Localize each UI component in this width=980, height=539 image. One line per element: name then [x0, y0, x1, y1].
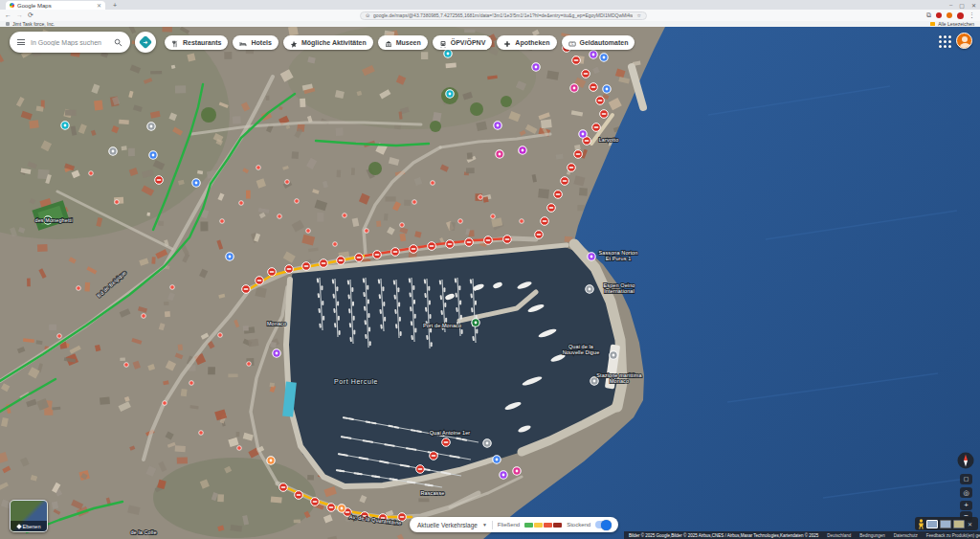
chip-hotels[interactable]: Hotels [233, 35, 278, 50]
traffic-dropdown[interactable]: Aktuelle Verkehrslage [417, 522, 478, 528]
footer-link[interactable]: Feedback zu Produkt(en) geben [926, 533, 980, 538]
road-closure-marker [337, 257, 345, 265]
traffic-color-segment [524, 523, 533, 528]
transit-icon [439, 34, 447, 52]
museum-icon [385, 34, 392, 52]
road-closure-marker [541, 217, 549, 226]
account-avatar[interactable] [956, 33, 972, 49]
directions-button[interactable] [135, 32, 156, 53]
map-label: des Moneghetti [34, 217, 72, 223]
maps-favicon-icon [10, 3, 14, 8]
forward-icon[interactable]: → [16, 10, 23, 21]
new-tab-button[interactable]: + [111, 2, 119, 10]
poi-marker [192, 179, 200, 187]
poi-marker [147, 123, 155, 130]
road-closure-marker [535, 231, 544, 239]
chip-museen[interactable]: Museen [378, 35, 428, 50]
search-box[interactable]: In Google Maps suchen [10, 32, 130, 53]
chip-öpv-öpnv[interactable]: ÖPV/ÖPNV [433, 35, 493, 50]
satellite-map[interactable]: LarvottoMonacoPort HerculeSassona Norton… [0, 27, 980, 539]
minimize-icon[interactable]: – [949, 2, 952, 8]
road-closure-marker [295, 491, 303, 500]
tilt-view-button[interactable]: ▢ [960, 474, 972, 484]
road-closure-marker [554, 191, 563, 199]
road-closure-marker [268, 268, 277, 277]
my-location-button[interactable]: ◎ [960, 487, 972, 498]
poi-marker [610, 351, 617, 359]
collapse-icon[interactable]: ✕ [968, 521, 972, 528]
extension-badge-icon[interactable] [947, 12, 952, 18]
chip-restaurants[interactable]: Restaurants [165, 35, 228, 50]
road-closure-marker [302, 262, 311, 271]
poi-marker [496, 150, 503, 158]
search-input[interactable]: In Google Maps suchen [31, 39, 108, 46]
category-chips: RestaurantsHotelsMögliche AktivitätenMus… [165, 35, 635, 50]
close-icon[interactable]: ✕ [971, 2, 976, 9]
kebab-menu-icon[interactable]: ⋮ [969, 10, 975, 21]
google-apps-grid-icon[interactable] [939, 35, 951, 48]
road-closure-marker [256, 277, 264, 285]
imagery-thumbnail[interactable] [926, 520, 938, 528]
traffic-toggle[interactable] [595, 521, 611, 528]
browser-profile-avatar[interactable] [957, 12, 964, 19]
imagery-thumbnail[interactable] [940, 520, 951, 528]
map-label: Monaco [267, 321, 286, 326]
chip-mögliche-aktivitäten[interactable]: Mögliche Aktivitäten [283, 35, 373, 50]
screen: Google Maps ✕ + – ▢ ✕ ← → ⟳ ⊙ google.de/… [0, 0, 980, 539]
back-icon[interactable]: ← [5, 10, 11, 21]
extension-badge-icon[interactable] [936, 12, 942, 18]
chevron-down-icon[interactable]: ▼ [482, 522, 487, 528]
traffic-legend: Aktuelle Verkehrslage ▼ Fließend Stocken… [410, 517, 618, 532]
road-closure-marker [596, 97, 605, 105]
map-label: de la Colle [130, 529, 156, 535]
road-closure-marker [155, 176, 164, 185]
layers-button[interactable]: Ebenen [10, 500, 48, 532]
attribution-bar: Bilder © 2025 Google,Bilder © 2025 Airbu… [624, 531, 980, 539]
search-icon[interactable] [114, 38, 122, 47]
road-closure-marker [446, 240, 455, 249]
reload-icon[interactable]: ⟳ [28, 10, 33, 21]
browser-tab[interactable]: Google Maps ✕ [6, 1, 105, 10]
road-closure-marker [410, 245, 418, 254]
road-closure-marker [279, 483, 288, 492]
bookmark-favicon-icon [6, 22, 10, 26]
map-label: Quai Antoine 1er [430, 430, 471, 436]
directions-diamond-icon [139, 35, 152, 49]
site-info-icon[interactable]: ⊙ [366, 12, 369, 18]
footer-link[interactable]: Datenschutz [894, 533, 918, 538]
imagery-thumbnail[interactable] [953, 520, 965, 528]
road-closure-marker [242, 285, 251, 294]
map-label: Port de Monaco [423, 323, 461, 328]
map-label: Rascasse [421, 490, 445, 496]
bookmark-star-icon[interactable]: ☆ [636, 12, 640, 18]
road-closure-marker [503, 236, 512, 244]
poi-marker [226, 253, 234, 260]
folder-icon [930, 22, 935, 26]
layers-diamond-icon [16, 524, 22, 529]
poi-marker [586, 285, 593, 293]
zoom-in-button[interactable]: + [960, 501, 972, 510]
poi-marker [519, 146, 526, 154]
footer-link[interactable]: Bedingungen [859, 533, 885, 538]
pegman-icon[interactable] [918, 519, 924, 529]
road-closure-marker [572, 56, 581, 65]
poi-marker [149, 151, 157, 159]
tab-close-icon[interactable]: ✕ [97, 2, 101, 9]
url-text: google.de/maps/@43.7380985,7.4272565,168… [373, 12, 633, 18]
chip-geldautomaten[interactable]: €Geldautomaten [562, 35, 635, 50]
extensions-puzzle-icon[interactable]: ⧉ [926, 10, 931, 21]
maximize-icon[interactable]: ▢ [959, 2, 965, 9]
url-bar[interactable]: ⊙ google.de/maps/@43.7380985,7.4272565,1… [360, 11, 647, 20]
chip-apotheken[interactable]: Apotheken [497, 35, 556, 50]
hamburger-menu-icon[interactable] [17, 38, 25, 47]
poi-marker [61, 122, 69, 129]
toolbar-right: ⧉ ⋮ [926, 10, 975, 21]
footer-links: DeutschlandBedingungenDatenschutzFeedbac… [827, 533, 980, 538]
map-viewport[interactable]: LarvottoMonacoPort HerculeSassona Norton… [0, 27, 980, 539]
road-closure-marker [484, 236, 493, 245]
road-closure-marker [391, 248, 400, 257]
compass-control[interactable] [957, 452, 974, 469]
footer-link[interactable]: Deutschland [827, 533, 851, 538]
poi-marker [446, 90, 454, 98]
poi-marker [109, 147, 117, 155]
